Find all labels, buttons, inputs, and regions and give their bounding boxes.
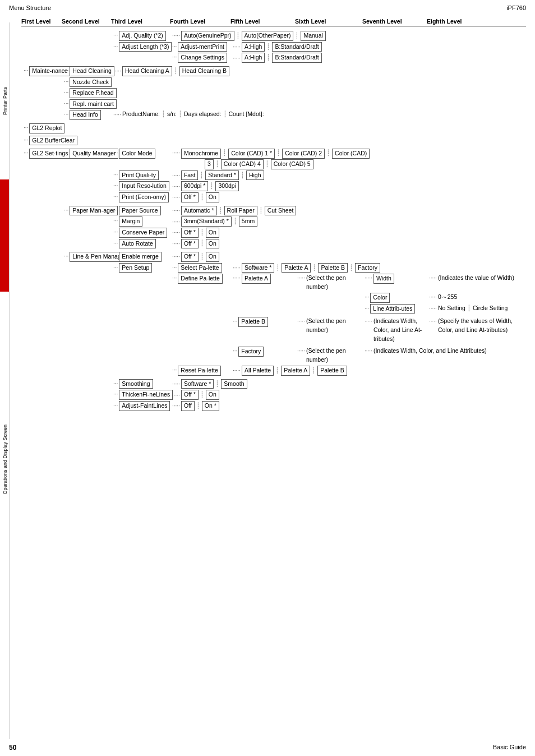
head-cleaning-a-node: Head Cleaning A	[122, 66, 172, 76]
define-palette-node: Define Pa-lette	[178, 274, 222, 284]
smoothing-options: ····· Software * ┊ Smooth	[170, 379, 526, 390]
quality-label-c2	[62, 42, 111, 43]
head-info-options: ····· ProductName: ┊ s/n: ┊ Days elapsed…	[111, 109, 526, 119]
pen-setup-row: ··· Pen Setup ··· Select Pa-lette ····· …	[21, 262, 526, 274]
col-fourth: Fourth Level	[170, 18, 230, 25]
line-attrib-text: No Setting	[438, 304, 465, 313]
color-cad2-node: Color (CAD) 2	[282, 149, 325, 159]
change-settings-options: ····· A:High ┊ B:Standard/Draft	[230, 52, 526, 63]
repl-maint-cell: ··· Repl. maint cart	[62, 99, 111, 110]
column-headers: First Level Second Level Third Level Fou…	[21, 18, 526, 27]
select-palette-options: ····· Software * ┊ Palette A ┊ Palette B…	[230, 262, 526, 274]
color-cad1-node: Color (CAD) 1 *	[228, 149, 275, 159]
head-info-node: Head Info	[70, 110, 101, 120]
col-eighth: Eighth Level	[427, 18, 526, 25]
thicken-on-node: On	[206, 390, 219, 400]
quality-row: ··· Adj. Quality (*2) ····· Auto(Genuine…	[21, 30, 526, 42]
change-settings-row: ··· Change Settings ····· A:High ┊ B:Sta…	[21, 52, 526, 63]
auto-genuine-node: Auto(GenuinePpr)	[181, 31, 234, 41]
width-eighth: ····· (Indicates the value of Width)	[427, 273, 526, 283]
head-info-cell: ··· Head Info	[62, 109, 111, 121]
gl2-bufferclear-row: ··· GL2 BufferClear	[21, 135, 526, 146]
nozzle-check-cell: ··· Nozzle Check	[62, 77, 111, 88]
line-pen-manager-cell: ··· Line & Pen Manager	[62, 251, 111, 262]
quality-adj-quality: ··· Adj. Quality (*2)	[111, 30, 170, 42]
quality-label-row: ··· Adjust Length (*3) ··· Adjust-mentPr…	[21, 42, 526, 53]
paper-manager-row: ··· Paper Man-ager ··· Paper Source ····…	[21, 205, 526, 216]
print-quality-node: Print Quali-ty	[119, 170, 159, 181]
line-pen-manager-row: ··· Line & Pen Manager ··· Enable merge …	[21, 251, 526, 262]
paper-source-options: ····· Automatic * ┊ Roll Paper ┊ Cut She…	[170, 205, 526, 216]
auto-rotate-row: ··· Auto Rotate ····· Off * ┊ On	[21, 238, 526, 250]
conserve-paper-node: Conserve Paper	[119, 228, 167, 238]
thicken-row: ··· ThickenFi-neLines ····· Off * ┊ On	[21, 389, 526, 400]
color-node: Color	[370, 293, 390, 303]
conserve-off-node: Off *	[181, 228, 199, 238]
palette-b-cell: ··· Palette B	[230, 316, 295, 328]
auto-rotate-cell: ··· Auto Rotate	[111, 238, 170, 250]
indicates-b-text: (Indicates Width, Color, and Line At-tri…	[373, 317, 426, 343]
standard-node: Standard *	[205, 170, 239, 181]
palette-b-node: Palette B	[238, 317, 268, 327]
specify-b-text: (Specify the values of Width, Color, and…	[438, 317, 525, 335]
conserve-paper-cell: ··· Conserve Paper	[111, 227, 170, 238]
line-attrib-eighth: ····· No Setting ┊ Circle Setting	[427, 303, 526, 314]
color-cad4-node: Color (CAD) 4	[221, 159, 264, 169]
days-text: Days elapsed:	[184, 110, 222, 119]
color-mode-cell: ··· Color Mode	[111, 148, 170, 159]
print-economy-options: ····· Off * ┊ On	[170, 192, 526, 203]
product-name-text: ProductName:	[122, 110, 160, 119]
col-first: First Level	[21, 18, 62, 25]
sidebar-accent-red	[0, 179, 9, 292]
col-third: Third Level	[111, 18, 170, 25]
enable-merge-node: Enable merge	[119, 252, 161, 262]
economy-on-node: On	[206, 192, 219, 202]
indicates-b-cell: ····· (Indicates Width, Color, and Line …	[362, 316, 427, 344]
cut-sheet-node: Cut Sheet	[265, 206, 297, 216]
sidebar-printer-parts: Printer Parts	[0, 22, 10, 179]
color-row: ··· Color ····· 0～255	[21, 292, 526, 303]
paper-manager-cell: ··· Paper Man-ager	[62, 205, 111, 216]
conserve-paper-options: ····· Off * ┊ On	[170, 227, 526, 238]
print-economy-cell: ··· Print (Econ-omy)	[111, 192, 170, 203]
replace-head-node: Replace P.head	[70, 88, 116, 98]
monochrome-node: Monochrome	[181, 149, 221, 159]
select-palette-node: Select Pa-lette	[178, 263, 222, 273]
merge-on-node: On	[206, 252, 219, 262]
select-pen-b-cell: ····· (Select the pen number)	[295, 316, 362, 335]
margin-options: ····· 3mm(Standard) * ┊ 5mm	[170, 216, 526, 227]
factory-cell: ··· Factory	[230, 346, 295, 357]
change-settings-cell: ··· Change Settings	[170, 52, 230, 63]
quality-adjust-length: ··· Adjust Length (*3)	[111, 42, 170, 53]
input-resolution-row: ··· Input Reso-lution ····· 600dpi * ┊ 3…	[21, 181, 526, 192]
ahigh-2-node: A:High	[242, 53, 265, 63]
page-header: Menu Structure iPF760	[0, 0, 535, 13]
line-attrib-cell: ··· Line Attrib-utes	[362, 303, 427, 315]
thicken-options: ····· Off * ┊ On	[170, 389, 526, 400]
manual-node: Manual	[301, 31, 325, 41]
300dpi-node: 300dpi	[215, 181, 239, 191]
pen-setup-cell: ··· Pen Setup	[111, 262, 170, 274]
quality-label-cell	[21, 42, 62, 43]
all-palette-node: All Palette	[242, 366, 274, 376]
adjustmentprint-node: Adjust-mentPrint	[178, 42, 227, 52]
adjustmentprint-options: ····· A:High ┊ B:Standard/Draft	[230, 42, 526, 53]
color-range-text: 0～255	[438, 293, 457, 302]
enable-merge-options: ····· Off * ┊ On	[170, 251, 526, 262]
indicates-factory-text: (Indicates Width, Color, and Line Attrib…	[373, 347, 487, 356]
define-palette-cell: ··· Define Pa-lette	[170, 273, 230, 284]
print-economy-row: ··· Print (Econ-omy) ····· Off * ┊ On	[21, 192, 526, 203]
gl2-replot-row: ··· GL2 Replot	[21, 123, 526, 134]
header-left: Menu Structure	[9, 4, 51, 11]
sidebar-operations-label: Operations and Display Screen	[2, 425, 8, 495]
factory-node: Factory	[238, 347, 264, 357]
width-eighth-text: (Indicates the value of Width)	[438, 274, 514, 283]
select-pen-a-text: (Select the pen number)	[306, 274, 361, 292]
software-smooth-node: Software *	[181, 379, 214, 389]
margin-cell: ··· Margin	[111, 216, 170, 227]
faint-on-node: On *	[202, 401, 219, 411]
thicken-node: ThickenFi-neLines	[119, 390, 173, 400]
color-eighth: ····· 0～255	[427, 292, 526, 302]
quality-c1	[21, 30, 62, 31]
enable-merge-cell: ··· Enable merge	[111, 251, 170, 262]
